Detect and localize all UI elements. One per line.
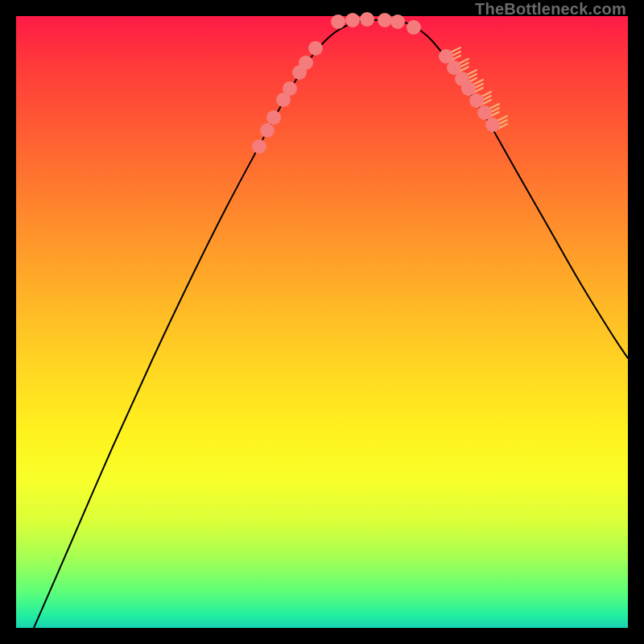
chart-frame: TheBottleneck.com xyxy=(0,0,644,644)
data-dot xyxy=(378,13,392,27)
dot-group xyxy=(252,12,500,154)
data-dot xyxy=(485,118,500,132)
data-dot xyxy=(283,81,297,96)
data-dot xyxy=(477,105,492,120)
data-dot xyxy=(252,139,266,154)
data-dot xyxy=(360,12,374,27)
watermark-text: TheBottleneck.com xyxy=(475,0,626,19)
data-dot xyxy=(266,110,281,125)
data-dot xyxy=(308,41,323,56)
data-dot xyxy=(331,14,345,29)
data-dot xyxy=(407,20,421,35)
data-dot xyxy=(345,13,360,27)
data-dot xyxy=(461,81,476,96)
bottleneck-curve xyxy=(34,20,628,628)
data-dot xyxy=(299,56,313,70)
data-dot xyxy=(390,14,405,29)
data-dot xyxy=(260,123,275,138)
chart-svg xyxy=(16,16,628,628)
data-dot xyxy=(469,93,484,108)
